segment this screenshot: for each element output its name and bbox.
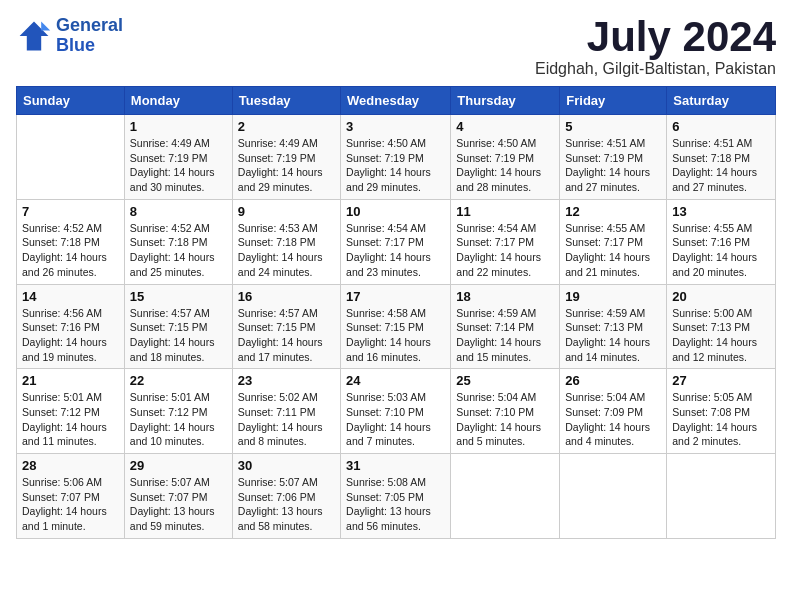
calendar-cell: 21Sunrise: 5:01 AM Sunset: 7:12 PM Dayli… [17, 369, 125, 454]
calendar-cell: 17Sunrise: 4:58 AM Sunset: 7:15 PM Dayli… [341, 284, 451, 369]
day-number: 18 [456, 289, 554, 304]
calendar-cell: 1Sunrise: 4:49 AM Sunset: 7:19 PM Daylig… [124, 115, 232, 200]
day-number: 8 [130, 204, 227, 219]
calendar-cell [17, 115, 125, 200]
day-info: Sunrise: 5:05 AM Sunset: 7:08 PM Dayligh… [672, 390, 770, 449]
calendar-cell: 22Sunrise: 5:01 AM Sunset: 7:12 PM Dayli… [124, 369, 232, 454]
day-info: Sunrise: 4:50 AM Sunset: 7:19 PM Dayligh… [456, 136, 554, 195]
calendar-cell: 8Sunrise: 4:52 AM Sunset: 7:18 PM Daylig… [124, 199, 232, 284]
day-info: Sunrise: 4:49 AM Sunset: 7:19 PM Dayligh… [130, 136, 227, 195]
day-number: 29 [130, 458, 227, 473]
calendar-cell: 7Sunrise: 4:52 AM Sunset: 7:18 PM Daylig… [17, 199, 125, 284]
day-info: Sunrise: 5:03 AM Sunset: 7:10 PM Dayligh… [346, 390, 445, 449]
day-info: Sunrise: 4:55 AM Sunset: 7:16 PM Dayligh… [672, 221, 770, 280]
day-info: Sunrise: 4:51 AM Sunset: 7:19 PM Dayligh… [565, 136, 661, 195]
week-row-2: 7Sunrise: 4:52 AM Sunset: 7:18 PM Daylig… [17, 199, 776, 284]
calendar-cell [560, 454, 667, 539]
day-info: Sunrise: 5:07 AM Sunset: 7:07 PM Dayligh… [130, 475, 227, 534]
day-info: Sunrise: 4:57 AM Sunset: 7:15 PM Dayligh… [238, 306, 335, 365]
day-number: 20 [672, 289, 770, 304]
day-info: Sunrise: 4:54 AM Sunset: 7:17 PM Dayligh… [346, 221, 445, 280]
calendar-cell: 27Sunrise: 5:05 AM Sunset: 7:08 PM Dayli… [667, 369, 776, 454]
day-number: 3 [346, 119, 445, 134]
day-number: 12 [565, 204, 661, 219]
calendar-cell: 28Sunrise: 5:06 AM Sunset: 7:07 PM Dayli… [17, 454, 125, 539]
calendar-cell: 24Sunrise: 5:03 AM Sunset: 7:10 PM Dayli… [341, 369, 451, 454]
day-number: 17 [346, 289, 445, 304]
column-header-monday: Monday [124, 87, 232, 115]
day-info: Sunrise: 4:49 AM Sunset: 7:19 PM Dayligh… [238, 136, 335, 195]
svg-marker-1 [41, 21, 50, 30]
calendar-cell: 20Sunrise: 5:00 AM Sunset: 7:13 PM Dayli… [667, 284, 776, 369]
column-header-tuesday: Tuesday [232, 87, 340, 115]
day-info: Sunrise: 5:07 AM Sunset: 7:06 PM Dayligh… [238, 475, 335, 534]
day-info: Sunrise: 4:50 AM Sunset: 7:19 PM Dayligh… [346, 136, 445, 195]
title-block: July 2024 Eidghah, Gilgit-Baltistan, Pak… [535, 16, 776, 78]
week-row-1: 1Sunrise: 4:49 AM Sunset: 7:19 PM Daylig… [17, 115, 776, 200]
day-number: 23 [238, 373, 335, 388]
day-info: Sunrise: 4:52 AM Sunset: 7:18 PM Dayligh… [22, 221, 119, 280]
calendar-cell: 16Sunrise: 4:57 AM Sunset: 7:15 PM Dayli… [232, 284, 340, 369]
day-info: Sunrise: 5:04 AM Sunset: 7:10 PM Dayligh… [456, 390, 554, 449]
calendar-cell: 18Sunrise: 4:59 AM Sunset: 7:14 PM Dayli… [451, 284, 560, 369]
calendar-cell [667, 454, 776, 539]
subtitle: Eidghah, Gilgit-Baltistan, Pakistan [535, 60, 776, 78]
day-number: 28 [22, 458, 119, 473]
column-header-saturday: Saturday [667, 87, 776, 115]
calendar-cell: 14Sunrise: 4:56 AM Sunset: 7:16 PM Dayli… [17, 284, 125, 369]
day-number: 13 [672, 204, 770, 219]
day-number: 10 [346, 204, 445, 219]
logo: General Blue [16, 16, 123, 56]
day-info: Sunrise: 5:01 AM Sunset: 7:12 PM Dayligh… [130, 390, 227, 449]
day-number: 11 [456, 204, 554, 219]
day-info: Sunrise: 4:54 AM Sunset: 7:17 PM Dayligh… [456, 221, 554, 280]
day-number: 9 [238, 204, 335, 219]
day-info: Sunrise: 4:58 AM Sunset: 7:15 PM Dayligh… [346, 306, 445, 365]
day-number: 30 [238, 458, 335, 473]
day-number: 4 [456, 119, 554, 134]
calendar-cell: 9Sunrise: 4:53 AM Sunset: 7:18 PM Daylig… [232, 199, 340, 284]
day-info: Sunrise: 5:08 AM Sunset: 7:05 PM Dayligh… [346, 475, 445, 534]
column-header-friday: Friday [560, 87, 667, 115]
day-info: Sunrise: 4:55 AM Sunset: 7:17 PM Dayligh… [565, 221, 661, 280]
header: General Blue July 2024 Eidghah, Gilgit-B… [16, 16, 776, 78]
day-info: Sunrise: 4:52 AM Sunset: 7:18 PM Dayligh… [130, 221, 227, 280]
calendar-cell [451, 454, 560, 539]
day-number: 26 [565, 373, 661, 388]
day-number: 6 [672, 119, 770, 134]
day-info: Sunrise: 5:01 AM Sunset: 7:12 PM Dayligh… [22, 390, 119, 449]
column-header-sunday: Sunday [17, 87, 125, 115]
day-info: Sunrise: 5:04 AM Sunset: 7:09 PM Dayligh… [565, 390, 661, 449]
day-number: 31 [346, 458, 445, 473]
calendar-cell: 6Sunrise: 4:51 AM Sunset: 7:18 PM Daylig… [667, 115, 776, 200]
day-info: Sunrise: 4:57 AM Sunset: 7:15 PM Dayligh… [130, 306, 227, 365]
day-number: 2 [238, 119, 335, 134]
calendar-cell: 26Sunrise: 5:04 AM Sunset: 7:09 PM Dayli… [560, 369, 667, 454]
header-row: SundayMondayTuesdayWednesdayThursdayFrid… [17, 87, 776, 115]
calendar-cell: 15Sunrise: 4:57 AM Sunset: 7:15 PM Dayli… [124, 284, 232, 369]
logo-text: General Blue [56, 16, 123, 56]
calendar-cell: 4Sunrise: 4:50 AM Sunset: 7:19 PM Daylig… [451, 115, 560, 200]
calendar-cell: 29Sunrise: 5:07 AM Sunset: 7:07 PM Dayli… [124, 454, 232, 539]
calendar-cell: 12Sunrise: 4:55 AM Sunset: 7:17 PM Dayli… [560, 199, 667, 284]
week-row-3: 14Sunrise: 4:56 AM Sunset: 7:16 PM Dayli… [17, 284, 776, 369]
day-number: 24 [346, 373, 445, 388]
calendar-cell: 10Sunrise: 4:54 AM Sunset: 7:17 PM Dayli… [341, 199, 451, 284]
day-number: 21 [22, 373, 119, 388]
calendar-cell: 23Sunrise: 5:02 AM Sunset: 7:11 PM Dayli… [232, 369, 340, 454]
calendar-cell: 5Sunrise: 4:51 AM Sunset: 7:19 PM Daylig… [560, 115, 667, 200]
calendar-cell: 13Sunrise: 4:55 AM Sunset: 7:16 PM Dayli… [667, 199, 776, 284]
logo-icon [16, 18, 52, 54]
day-number: 16 [238, 289, 335, 304]
day-info: Sunrise: 4:59 AM Sunset: 7:14 PM Dayligh… [456, 306, 554, 365]
calendar-cell: 25Sunrise: 5:04 AM Sunset: 7:10 PM Dayli… [451, 369, 560, 454]
calendar-cell: 11Sunrise: 4:54 AM Sunset: 7:17 PM Dayli… [451, 199, 560, 284]
calendar-cell: 2Sunrise: 4:49 AM Sunset: 7:19 PM Daylig… [232, 115, 340, 200]
week-row-4: 21Sunrise: 5:01 AM Sunset: 7:12 PM Dayli… [17, 369, 776, 454]
day-number: 1 [130, 119, 227, 134]
day-number: 27 [672, 373, 770, 388]
day-number: 5 [565, 119, 661, 134]
calendar-cell: 19Sunrise: 4:59 AM Sunset: 7:13 PM Dayli… [560, 284, 667, 369]
week-row-5: 28Sunrise: 5:06 AM Sunset: 7:07 PM Dayli… [17, 454, 776, 539]
day-number: 7 [22, 204, 119, 219]
